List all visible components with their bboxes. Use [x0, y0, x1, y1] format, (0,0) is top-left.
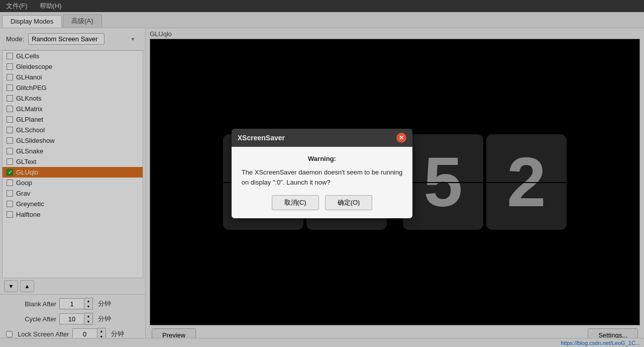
dialog-overlay: XScreenSaver ✕ Warning: The XScreenSaver… [0, 0, 644, 347]
dialog: XScreenSaver ✕ Warning: The XScreenSaver… [232, 129, 412, 218]
dialog-titlebar: XScreenSaver ✕ [232, 129, 412, 147]
dialog-warning-label: Warning: [242, 155, 402, 162]
dialog-cancel-button[interactable]: 取消(C) [272, 195, 319, 210]
dialog-body: Warning: The XScreenSaver daemon doesn't… [232, 147, 412, 218]
dialog-title: XScreenSaver [238, 134, 285, 142]
dialog-buttons: 取消(C) 确定(O) [242, 195, 402, 210]
dialog-close-button[interactable]: ✕ [396, 133, 406, 143]
dialog-ok-button[interactable]: 确定(O) [325, 195, 373, 210]
dialog-message: The XScreenSaver daemon doesn't seem to … [242, 167, 402, 187]
